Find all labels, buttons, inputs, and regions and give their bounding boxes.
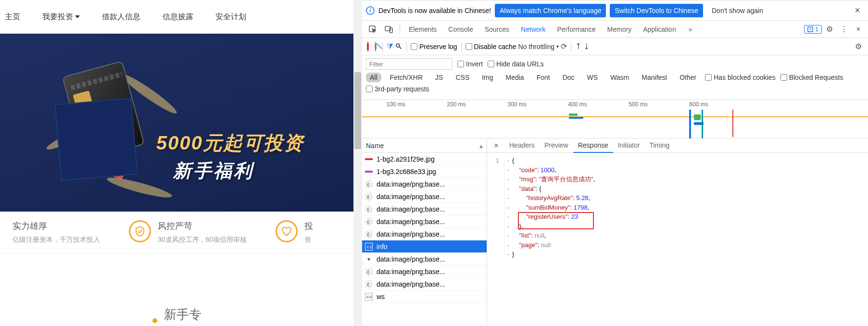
request-row[interactable]: 1-bg2.a291f29e.jpg	[362, 153, 487, 165]
third-party-checkbox[interactable]: 3rd-party requests	[366, 85, 429, 93]
switch-language-button[interactable]: Switch DevTools to Chinese	[610, 4, 703, 17]
nav-borrower[interactable]: 借款人信息	[102, 12, 140, 22]
sort-icon[interactable]: ▴	[479, 142, 483, 150]
timeline-bar	[569, 117, 583, 119]
preserve-log-checkbox[interactable]: Preserve log	[411, 43, 457, 50]
response-body[interactable]: 1-{ - "code": 1000, - "msg": "查询平台信息成功",…	[487, 153, 868, 326]
network-timeline[interactable]: 100 ms200 ms300 ms400 ms500 ms600 ms	[362, 100, 868, 138]
filter-input[interactable]	[366, 58, 453, 70]
request-name: data:image/png;base...	[377, 280, 445, 288]
close-icon[interactable]: ×	[851, 5, 864, 16]
request-row[interactable]: ◐data:image/png;base...	[362, 265, 487, 278]
tab-memory[interactable]: Memory	[602, 22, 638, 37]
filter-type-css[interactable]: CSS	[452, 73, 473, 82]
tab-performance[interactable]: Performance	[551, 22, 601, 37]
webpage: 主页 我要投资 借款人信息 信息披露 安全计划 5000元起可投资 新手福利 实…	[0, 0, 353, 326]
hide-dataurls-checkbox[interactable]: Hide data URLs	[488, 60, 544, 68]
filter-type-other[interactable]: Other	[676, 73, 700, 82]
network-settings-icon[interactable]: ⚙	[852, 42, 865, 51]
detail-tab-timing[interactable]: Timing	[645, 138, 675, 153]
filter-type-ws[interactable]: WS	[583, 73, 602, 82]
export-icon[interactable]: ⤓	[583, 42, 590, 51]
request-row[interactable]: ◐data:image/png;base...	[362, 190, 487, 203]
timeline-tick-label: 300 ms	[507, 101, 526, 108]
close-devtools-icon[interactable]: ×	[852, 25, 865, 34]
timeline-tick-label: 200 ms	[447, 101, 465, 108]
svg-rect-8	[365, 158, 373, 160]
request-row[interactable]: ◐data:image/png;base...	[362, 215, 487, 228]
chevron-down-icon	[75, 15, 80, 18]
dot-icon	[152, 318, 157, 323]
request-row[interactable]: 1-bg3.2c688e33.jpg	[362, 165, 487, 178]
filter-type-all[interactable]: All	[366, 73, 381, 82]
search-icon[interactable]: 🔍︎	[395, 42, 403, 51]
scrollbar-thumb[interactable]	[354, 72, 361, 149]
tab-application[interactable]: Application	[637, 22, 682, 37]
filter-type-manifest[interactable]: Manifest	[638, 73, 671, 82]
nav-invest[interactable]: 我要投资	[42, 12, 80, 22]
request-list-header[interactable]: Name ▴	[362, 138, 487, 153]
request-row[interactable]: ◐data:image/png;base...	[362, 278, 487, 290]
detail-tab-initiator[interactable]: Initiator	[613, 138, 645, 153]
more-tabs[interactable]: »	[683, 22, 698, 37]
throttling-select[interactable]: No throttling ▾	[518, 43, 559, 50]
detail-tab-preview[interactable]: Preview	[540, 138, 573, 153]
svg-rect-2	[390, 28, 392, 33]
scrollbar[interactable]	[353, 0, 362, 326]
info-icon: i	[366, 6, 375, 15]
feature-1: 实力雄厚 亿级注册资本，千万技术投入	[4, 220, 129, 244]
request-name: 1-bg2.a291f29e.jpg	[377, 155, 435, 163]
record-button[interactable]	[365, 43, 371, 50]
request-name: data:image/png;base...	[377, 180, 445, 188]
nav-home[interactable]: 主页	[5, 12, 20, 22]
blocked-cookies-checkbox[interactable]: Has blocked cookies	[705, 74, 775, 81]
close-detail-icon[interactable]: ×	[490, 141, 503, 150]
request-row[interactable]: ▭ws	[362, 290, 487, 303]
nav-disclosure[interactable]: 信息披露	[163, 12, 193, 22]
filter-type-img[interactable]: Img	[478, 73, 497, 82]
settings-icon[interactable]: ⚙	[823, 25, 836, 34]
detail-tab-headers[interactable]: Headers	[504, 138, 540, 153]
request-row[interactable]: ▾data:image/png;base...	[362, 253, 487, 265]
filter-icon[interactable]: ⧩	[387, 42, 393, 51]
clear-button[interactable]	[373, 43, 378, 50]
disable-cache-checkbox[interactable]: Disable cache	[465, 43, 516, 50]
nav-safety[interactable]: 安全计划	[215, 12, 246, 22]
inspect-icon[interactable]	[365, 25, 380, 33]
request-detail: × HeadersPreviewResponseInitiatorTiming …	[487, 138, 868, 326]
filter-type-doc[interactable]: Doc	[559, 73, 579, 82]
filter-type-wasm[interactable]: Wasm	[606, 73, 633, 82]
request-row[interactable]: ▭info	[362, 240, 487, 253]
filter-type-media[interactable]: Media	[502, 73, 528, 82]
detail-tab-response[interactable]: Response	[573, 138, 613, 153]
svg-rect-9	[365, 171, 373, 173]
invert-checkbox[interactable]: Invert	[457, 60, 483, 68]
request-name: data:image/png;base...	[377, 205, 445, 213]
tab-elements[interactable]: Elements	[403, 22, 442, 37]
request-row[interactable]: ◐data:image/png;base...	[362, 228, 487, 240]
devtools: i DevTools is now available in Chinese! …	[362, 0, 868, 326]
tab-console[interactable]: Console	[442, 22, 478, 37]
request-row[interactable]: ◐data:image/png;base...	[362, 203, 487, 215]
kebab-icon[interactable]: ⋮	[837, 25, 851, 34]
device-icon[interactable]	[381, 25, 397, 33]
blocked-requests-checkbox[interactable]: Blocked Requests	[780, 74, 843, 81]
timeline-tick-label: 600 ms	[689, 101, 708, 108]
dont-show-button[interactable]: Don't show again	[707, 4, 768, 17]
tab-sources[interactable]: Sources	[479, 22, 515, 37]
request-row[interactable]: ◐data:image/png;base...	[362, 178, 487, 190]
tab-network[interactable]: Network	[515, 22, 551, 37]
filter-type-font[interactable]: Font	[533, 73, 554, 82]
timeline-tick-label: 400 ms	[568, 101, 587, 108]
network-conditions-icon[interactable]: ⟳	[561, 42, 567, 51]
network-filters: Invert Hide data URLs AllFetch/XHRJSCSSI…	[362, 55, 868, 100]
request-list: Name ▴ 1-bg2.a291f29e.jpg1-bg3.2c688e33.…	[362, 138, 487, 326]
feature-desc: 30道风控工序，60项信用审核	[158, 236, 247, 244]
import-icon[interactable]: ⤒	[575, 42, 581, 51]
gift-box-graphic	[54, 98, 138, 181]
match-language-button[interactable]: Always match Chrome's language	[495, 4, 606, 17]
issues-badge[interactable]: 1	[804, 25, 822, 34]
feature-3: 投 资	[276, 220, 342, 244]
filter-type-fetchxhr[interactable]: Fetch/XHR	[386, 73, 427, 82]
filter-type-js[interactable]: JS	[431, 73, 447, 82]
